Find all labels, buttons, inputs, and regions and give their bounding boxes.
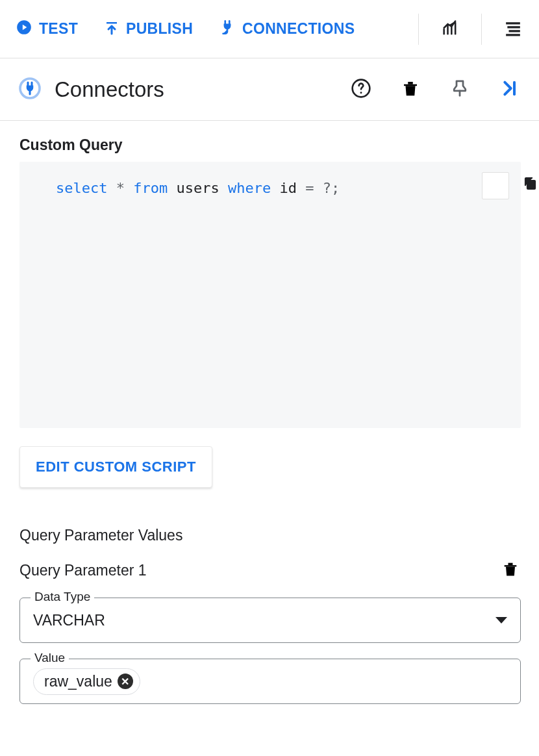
connections-label: CONNECTIONS	[242, 20, 355, 38]
toolbar: TEST PUBLISH CONNECTIONS	[0, 0, 539, 58]
param-header: Query Parameter 1	[19, 560, 521, 581]
chevron-last-icon	[499, 78, 520, 101]
copy-code-button[interactable]	[482, 172, 509, 199]
sql-operator: *	[116, 180, 125, 196]
remove-chip-button[interactable]: ✕	[118, 674, 133, 689]
toolbar-divider	[481, 14, 482, 45]
value-chip[interactable]: raw_value ✕	[33, 668, 140, 695]
help-circle-icon	[351, 78, 371, 101]
play-icon	[16, 19, 32, 40]
svg-point-2	[360, 92, 362, 94]
query-params-label: Query Parameter Values	[19, 527, 521, 544]
toolbar-divider	[418, 14, 419, 45]
sql-ident: users	[176, 180, 219, 196]
data-type-select[interactable]: Data Type VARCHAR	[19, 598, 521, 643]
sql-keyword: from	[133, 180, 168, 196]
close-icon: ✕	[121, 675, 129, 688]
sql-placeholder: ?	[323, 180, 331, 196]
chevron-down-icon	[495, 617, 507, 624]
analytics-button[interactable]	[434, 14, 466, 45]
custom-query-label: Custom Query	[19, 136, 521, 154]
publish-label: PUBLISH	[126, 20, 193, 38]
help-button[interactable]	[347, 75, 375, 104]
data-type-field-label: Data Type	[31, 590, 94, 604]
collapse-panel-button[interactable]	[495, 75, 523, 104]
sql-terminator: ;	[331, 180, 340, 196]
page-header: Connectors	[0, 58, 539, 121]
value-chip-text: raw_value	[44, 673, 112, 690]
connectors-plug-icon	[18, 77, 42, 103]
copy-icon	[453, 154, 538, 218]
sql-operator: =	[305, 180, 314, 196]
connections-button[interactable]: CONNECTIONS	[214, 14, 360, 45]
content: Custom Query select * from users where i…	[0, 121, 539, 735]
trash-icon	[401, 79, 420, 101]
upload-icon	[104, 19, 119, 40]
param-title: Query Parameter 1	[19, 562, 147, 579]
custom-query-code: select * from users where id = ?;	[19, 162, 521, 428]
edit-custom-script-button[interactable]: EDIT CUSTOM SCRIPT	[19, 446, 212, 488]
value-field-label: Value	[31, 651, 69, 665]
sql-ident: id	[279, 180, 297, 196]
indented-list-icon	[504, 19, 522, 39]
data-type-value: VARCHAR	[33, 612, 495, 629]
trash-icon	[501, 560, 520, 581]
bar-chart-icon	[441, 19, 459, 40]
test-button[interactable]: TEST	[10, 14, 83, 45]
query-params-section: Query Parameter Values Query Parameter 1…	[19, 527, 521, 704]
sql-keyword: select	[56, 180, 107, 196]
logs-menu-button[interactable]	[497, 14, 529, 45]
page-title: Connectors	[55, 77, 326, 102]
pin-icon	[450, 79, 470, 101]
test-label: TEST	[39, 20, 78, 38]
delete-button[interactable]	[396, 75, 425, 104]
sql-keyword: where	[228, 180, 271, 196]
connections-plug-icon	[219, 19, 236, 40]
pin-button[interactable]	[445, 75, 474, 104]
delete-parameter-button[interactable]	[500, 560, 521, 581]
publish-button[interactable]: PUBLISH	[99, 14, 198, 45]
value-field[interactable]: Value raw_value ✕	[19, 659, 521, 704]
